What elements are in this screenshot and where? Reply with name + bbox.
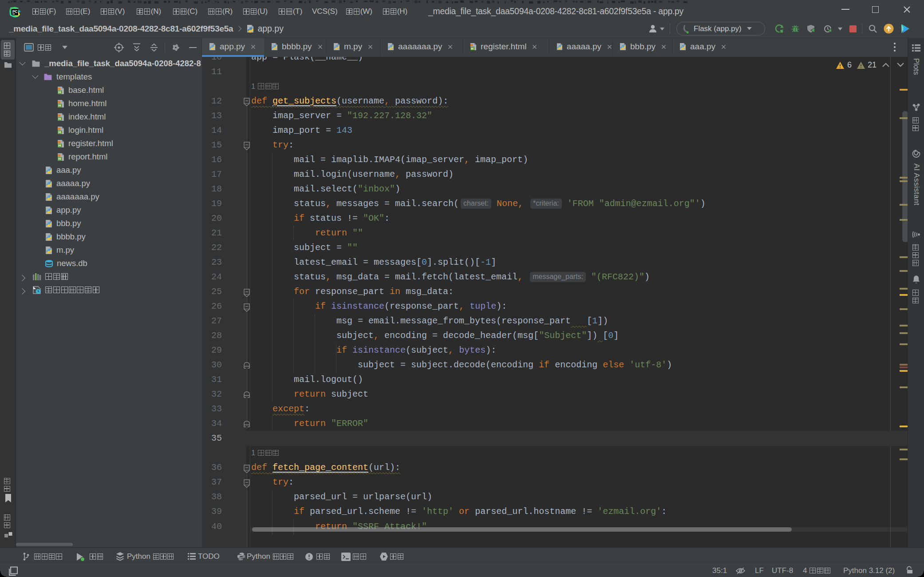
svg-text:PC: PC	[12, 9, 18, 14]
